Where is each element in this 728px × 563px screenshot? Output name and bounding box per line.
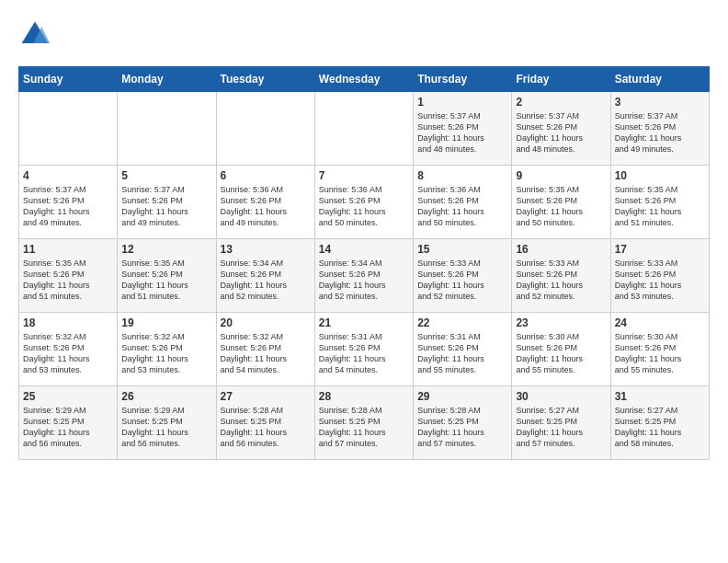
calendar-cell: 3Sunrise: 5:37 AM Sunset: 5:26 PM Daylig… xyxy=(610,92,709,166)
day-info: Sunrise: 5:34 AM Sunset: 5:26 PM Dayligh… xyxy=(221,258,311,303)
calendar-cell: 30Sunrise: 5:27 AM Sunset: 5:25 PM Dayli… xyxy=(512,386,610,460)
day-number: 1 xyxy=(417,96,507,109)
day-info: Sunrise: 5:37 AM Sunset: 5:26 PM Dayligh… xyxy=(121,184,211,229)
calendar-cell: 12Sunrise: 5:35 AM Sunset: 5:26 PM Dayli… xyxy=(118,239,216,313)
day-info: Sunrise: 5:32 AM Sunset: 5:26 PM Dayligh… xyxy=(23,331,113,376)
logo-icon xyxy=(18,18,51,52)
day-number: 6 xyxy=(221,169,311,182)
weekday-header-friday: Friday xyxy=(512,67,610,92)
calendar-table: SundayMondayTuesdayWednesdayThursdayFrid… xyxy=(18,66,710,460)
day-info: Sunrise: 5:36 AM Sunset: 5:26 PM Dayligh… xyxy=(221,184,311,229)
day-info: Sunrise: 5:35 AM Sunset: 5:26 PM Dayligh… xyxy=(615,184,705,229)
day-number: 29 xyxy=(417,390,507,403)
weekday-header-sunday: Sunday xyxy=(19,67,118,92)
day-number: 21 xyxy=(319,316,409,329)
day-info: Sunrise: 5:27 AM Sunset: 5:25 PM Dayligh… xyxy=(516,405,606,450)
calendar-cell: 10Sunrise: 5:35 AM Sunset: 5:26 PM Dayli… xyxy=(610,166,709,239)
calendar-cell: 17Sunrise: 5:33 AM Sunset: 5:26 PM Dayli… xyxy=(610,239,709,313)
day-number: 24 xyxy=(615,316,705,329)
day-info: Sunrise: 5:37 AM Sunset: 5:26 PM Dayligh… xyxy=(516,110,606,155)
day-info: Sunrise: 5:32 AM Sunset: 5:26 PM Dayligh… xyxy=(221,331,311,376)
day-number: 9 xyxy=(516,169,606,182)
day-info: Sunrise: 5:30 AM Sunset: 5:26 PM Dayligh… xyxy=(516,331,606,376)
day-info: Sunrise: 5:32 AM Sunset: 5:26 PM Dayligh… xyxy=(121,331,211,376)
day-number: 19 xyxy=(121,316,211,329)
day-number: 4 xyxy=(23,169,113,182)
day-info: Sunrise: 5:35 AM Sunset: 5:26 PM Dayligh… xyxy=(516,184,606,229)
calendar-cell xyxy=(19,92,118,166)
weekday-header-thursday: Thursday xyxy=(414,67,512,92)
day-number: 7 xyxy=(319,169,409,182)
calendar-cell: 15Sunrise: 5:33 AM Sunset: 5:26 PM Dayli… xyxy=(414,239,512,313)
day-number: 31 xyxy=(615,390,705,403)
day-number: 10 xyxy=(615,169,705,182)
day-info: Sunrise: 5:27 AM Sunset: 5:25 PM Dayligh… xyxy=(615,405,705,450)
day-number: 23 xyxy=(516,316,606,329)
weekday-header-monday: Monday xyxy=(118,67,216,92)
day-info: Sunrise: 5:28 AM Sunset: 5:25 PM Dayligh… xyxy=(319,405,409,450)
day-number: 22 xyxy=(417,316,507,329)
week-row-3: 11Sunrise: 5:35 AM Sunset: 5:26 PM Dayli… xyxy=(19,239,710,313)
calendar-cell: 26Sunrise: 5:29 AM Sunset: 5:25 PM Dayli… xyxy=(118,386,216,460)
calendar-cell: 31Sunrise: 5:27 AM Sunset: 5:25 PM Dayli… xyxy=(610,386,709,460)
day-info: Sunrise: 5:31 AM Sunset: 5:26 PM Dayligh… xyxy=(319,331,409,376)
calendar-cell xyxy=(216,92,314,166)
day-info: Sunrise: 5:31 AM Sunset: 5:26 PM Dayligh… xyxy=(417,331,507,376)
day-info: Sunrise: 5:30 AM Sunset: 5:26 PM Dayligh… xyxy=(615,331,705,376)
day-number: 5 xyxy=(121,169,211,182)
weekday-header-saturday: Saturday xyxy=(610,67,709,92)
day-number: 2 xyxy=(516,96,606,109)
weekday-header-wednesday: Wednesday xyxy=(314,67,413,92)
day-info: Sunrise: 5:34 AM Sunset: 5:26 PM Dayligh… xyxy=(319,258,409,303)
calendar-cell: 13Sunrise: 5:34 AM Sunset: 5:26 PM Dayli… xyxy=(216,239,314,313)
day-info: Sunrise: 5:37 AM Sunset: 5:26 PM Dayligh… xyxy=(23,184,113,229)
page: SundayMondayTuesdayWednesdayThursdayFrid… xyxy=(0,0,728,469)
calendar-cell: 29Sunrise: 5:28 AM Sunset: 5:25 PM Dayli… xyxy=(414,386,512,460)
day-number: 28 xyxy=(319,390,409,403)
day-info: Sunrise: 5:37 AM Sunset: 5:26 PM Dayligh… xyxy=(417,110,507,155)
day-number: 20 xyxy=(221,316,311,329)
calendar-cell: 11Sunrise: 5:35 AM Sunset: 5:26 PM Dayli… xyxy=(19,239,118,313)
calendar-cell: 19Sunrise: 5:32 AM Sunset: 5:26 PM Dayli… xyxy=(118,313,216,386)
weekday-header-tuesday: Tuesday xyxy=(216,67,314,92)
day-info: Sunrise: 5:35 AM Sunset: 5:26 PM Dayligh… xyxy=(121,258,211,303)
calendar-cell: 5Sunrise: 5:37 AM Sunset: 5:26 PM Daylig… xyxy=(118,166,216,239)
day-number: 18 xyxy=(23,316,113,329)
day-number: 12 xyxy=(121,243,211,256)
calendar-cell: 27Sunrise: 5:28 AM Sunset: 5:25 PM Dayli… xyxy=(216,386,314,460)
day-info: Sunrise: 5:33 AM Sunset: 5:26 PM Dayligh… xyxy=(615,258,705,303)
calendar-cell: 2Sunrise: 5:37 AM Sunset: 5:26 PM Daylig… xyxy=(512,92,610,166)
day-number: 27 xyxy=(221,390,311,403)
day-info: Sunrise: 5:29 AM Sunset: 5:25 PM Dayligh… xyxy=(121,405,211,450)
day-info: Sunrise: 5:29 AM Sunset: 5:25 PM Dayligh… xyxy=(23,405,113,450)
day-number: 3 xyxy=(615,96,705,109)
calendar-cell xyxy=(314,92,413,166)
week-row-4: 18Sunrise: 5:32 AM Sunset: 5:26 PM Dayli… xyxy=(19,313,710,386)
week-row-1: 1Sunrise: 5:37 AM Sunset: 5:26 PM Daylig… xyxy=(19,92,710,166)
day-info: Sunrise: 5:28 AM Sunset: 5:25 PM Dayligh… xyxy=(221,405,311,450)
calendar-cell: 22Sunrise: 5:31 AM Sunset: 5:26 PM Dayli… xyxy=(414,313,512,386)
day-info: Sunrise: 5:35 AM Sunset: 5:26 PM Dayligh… xyxy=(23,258,113,303)
day-number: 30 xyxy=(516,390,606,403)
day-info: Sunrise: 5:33 AM Sunset: 5:26 PM Dayligh… xyxy=(516,258,606,303)
calendar-cell: 21Sunrise: 5:31 AM Sunset: 5:26 PM Dayli… xyxy=(314,313,413,386)
calendar-cell: 6Sunrise: 5:36 AM Sunset: 5:26 PM Daylig… xyxy=(216,166,314,239)
calendar-cell: 23Sunrise: 5:30 AM Sunset: 5:26 PM Dayli… xyxy=(512,313,610,386)
calendar-cell xyxy=(118,92,216,166)
day-number: 16 xyxy=(516,243,606,256)
calendar-header-row: SundayMondayTuesdayWednesdayThursdayFrid… xyxy=(19,67,710,92)
calendar-cell: 7Sunrise: 5:36 AM Sunset: 5:26 PM Daylig… xyxy=(314,166,413,239)
day-number: 25 xyxy=(23,390,113,403)
calendar-cell: 24Sunrise: 5:30 AM Sunset: 5:26 PM Dayli… xyxy=(610,313,709,386)
calendar-cell: 16Sunrise: 5:33 AM Sunset: 5:26 PM Dayli… xyxy=(512,239,610,313)
week-row-2: 4Sunrise: 5:37 AM Sunset: 5:26 PM Daylig… xyxy=(19,166,710,239)
header xyxy=(18,18,710,52)
calendar-cell: 8Sunrise: 5:36 AM Sunset: 5:26 PM Daylig… xyxy=(414,166,512,239)
day-number: 8 xyxy=(417,169,507,182)
calendar-cell: 20Sunrise: 5:32 AM Sunset: 5:26 PM Dayli… xyxy=(216,313,314,386)
calendar-cell: 1Sunrise: 5:37 AM Sunset: 5:26 PM Daylig… xyxy=(414,92,512,166)
calendar-cell: 9Sunrise: 5:35 AM Sunset: 5:26 PM Daylig… xyxy=(512,166,610,239)
logo xyxy=(18,18,55,52)
day-info: Sunrise: 5:36 AM Sunset: 5:26 PM Dayligh… xyxy=(319,184,409,229)
calendar-cell: 4Sunrise: 5:37 AM Sunset: 5:26 PM Daylig… xyxy=(19,166,118,239)
